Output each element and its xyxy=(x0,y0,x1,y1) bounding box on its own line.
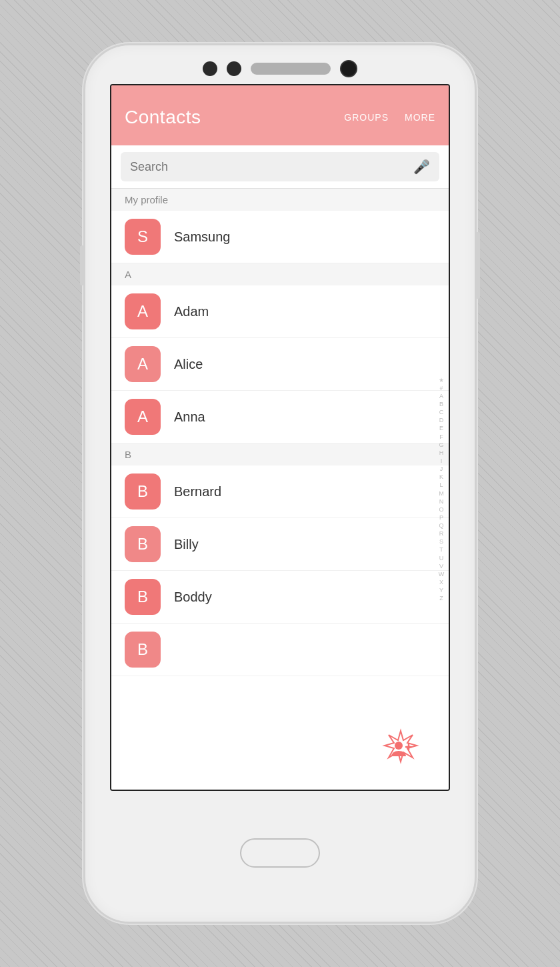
avatar-billy: B xyxy=(125,526,161,562)
contact-name-adam: Adam xyxy=(174,304,209,319)
contact-name-samsung: Samsung xyxy=(174,229,231,245)
volume-button[interactable] xyxy=(80,245,84,285)
search-bar-container: 🎤 xyxy=(111,145,449,189)
add-contact-fab[interactable] xyxy=(379,727,422,770)
avatar-b-extra: B xyxy=(125,632,161,668)
alpha-t[interactable]: T xyxy=(439,546,443,554)
phone-frame: Contacts GROUPS MORE 🎤 My profile S Sams… xyxy=(83,43,477,924)
section-header-a: A xyxy=(111,263,449,285)
contact-item-bernard[interactable]: B Bernard xyxy=(111,465,449,518)
contact-item-b-extra[interactable]: B xyxy=(111,624,449,676)
alpha-star[interactable]: ★ xyxy=(439,376,444,384)
contact-item-anna[interactable]: A Anna xyxy=(111,391,449,443)
front-camera xyxy=(340,60,357,77)
home-button[interactable] xyxy=(240,838,320,868)
contact-name-anna: Anna xyxy=(174,409,205,425)
alpha-d[interactable]: D xyxy=(439,416,444,424)
alpha-f[interactable]: F xyxy=(439,433,443,441)
power-button[interactable] xyxy=(476,232,480,299)
contact-item-billy[interactable]: B Billy xyxy=(111,518,449,571)
avatar-alice: A xyxy=(125,346,161,382)
alpha-w[interactable]: W xyxy=(439,570,445,578)
alpha-e[interactable]: E xyxy=(439,424,443,432)
app-title: Contacts xyxy=(125,107,201,128)
alpha-hash[interactable]: # xyxy=(439,384,443,392)
alphabet-index: ★ # A B C D E F G H I J K L M N O P Q R xyxy=(434,189,449,790)
groups-button[interactable]: GROUPS xyxy=(344,112,389,123)
alpha-n[interactable]: N xyxy=(439,498,444,506)
avatar-anna: A xyxy=(125,399,161,435)
contact-item-samsung[interactable]: S Samsung xyxy=(111,211,449,263)
phone-top-hardware xyxy=(85,45,475,84)
alpha-z[interactable]: Z xyxy=(439,594,443,602)
contact-item-boddy[interactable]: B Boddy xyxy=(111,571,449,624)
search-input-wrapper[interactable]: 🎤 xyxy=(121,152,439,181)
earpiece-speaker xyxy=(251,63,331,75)
section-header-b: B xyxy=(111,443,449,465)
alpha-m[interactable]: M xyxy=(439,490,444,498)
alpha-i[interactable]: I xyxy=(441,457,443,465)
contact-item-alice[interactable]: A Alice xyxy=(111,338,449,391)
alpha-j[interactable]: J xyxy=(440,465,443,473)
section-header-profile: My profile xyxy=(111,189,449,211)
more-button[interactable]: MORE xyxy=(405,112,435,123)
alpha-u[interactable]: U xyxy=(439,554,444,562)
search-input[interactable] xyxy=(130,160,413,174)
alpha-h[interactable]: H xyxy=(439,449,444,457)
alpha-x[interactable]: X xyxy=(439,578,443,586)
avatar-adam: A xyxy=(125,293,161,329)
front-camera-dot xyxy=(203,61,217,76)
contact-name-billy: Billy xyxy=(174,537,199,552)
contact-name-boddy: Boddy xyxy=(174,590,212,605)
alpha-b[interactable]: B xyxy=(439,400,443,408)
alpha-q[interactable]: Q xyxy=(439,522,443,530)
contact-name-bernard: Bernard xyxy=(174,484,221,500)
sensor-dot xyxy=(227,61,241,76)
phone-screen: Contacts GROUPS MORE 🎤 My profile S Sams… xyxy=(110,84,450,791)
avatar-boddy: B xyxy=(125,579,161,615)
app-header: Contacts GROUPS MORE xyxy=(111,85,449,145)
contact-list: My profile S Samsung A A Adam A Alice A … xyxy=(111,189,449,790)
header-actions: GROUPS MORE xyxy=(344,112,435,123)
alpha-l[interactable]: L xyxy=(439,481,443,489)
svg-point-0 xyxy=(395,742,403,750)
alpha-r[interactable]: R xyxy=(439,530,444,538)
alpha-p[interactable]: P xyxy=(439,514,443,522)
phone-bottom-hardware xyxy=(240,791,320,922)
alpha-g[interactable]: G xyxy=(439,441,443,449)
alpha-s[interactable]: S xyxy=(439,538,443,546)
contact-name-alice: Alice xyxy=(174,357,203,372)
avatar-bernard: B xyxy=(125,473,161,510)
alpha-o[interactable]: O xyxy=(439,506,443,514)
avatar-samsung: S xyxy=(125,219,161,255)
alpha-k[interactable]: K xyxy=(439,473,443,481)
alpha-y[interactable]: Y xyxy=(439,586,443,594)
alpha-v[interactable]: V xyxy=(439,562,443,570)
alpha-a[interactable]: A xyxy=(439,392,443,400)
alpha-c[interactable]: C xyxy=(439,408,444,416)
mic-icon[interactable]: 🎤 xyxy=(413,159,430,175)
contact-item-adam[interactable]: A Adam xyxy=(111,285,449,338)
